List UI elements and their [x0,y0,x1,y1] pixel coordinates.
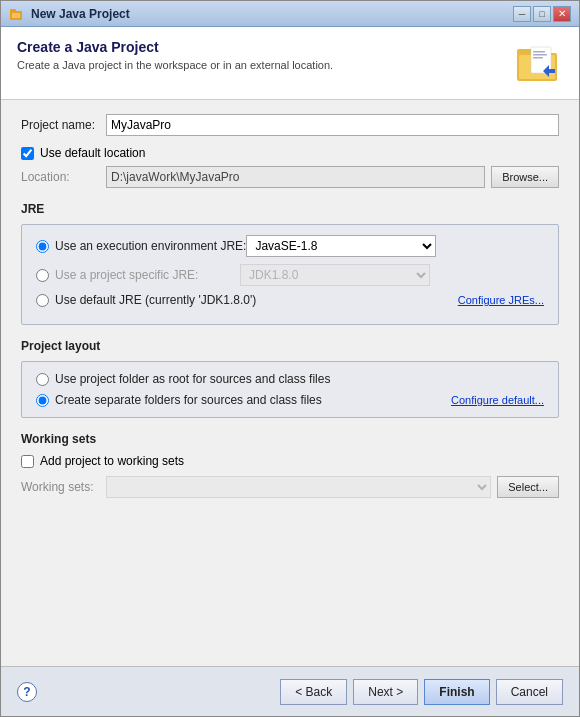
add-to-working-sets-row: Add project to working sets [21,454,559,468]
project-name-input[interactable] [106,114,559,136]
dialog-title: Create a Java Project [17,39,505,55]
dialog-footer: ? < Back Next > Finish Cancel [1,666,579,716]
jre-option-3-label[interactable]: Use default JRE (currently 'JDK1.8.0') [55,293,256,307]
jre-option-2-radio[interactable] [36,269,49,282]
next-button[interactable]: Next > [353,679,418,705]
back-button[interactable]: < Back [280,679,347,705]
location-label: Location: [21,170,106,184]
dialog-header: Create a Java Project Create a Java proj… [1,27,579,100]
jre-option-2-row: Use a project specific JRE: JDK1.8.0 [36,264,544,286]
layout-option-1-label[interactable]: Use project folder as root for sources a… [55,372,544,386]
jre-section-label: JRE [21,202,559,216]
finish-button[interactable]: Finish [424,679,489,705]
layout-option-2-row: Create separate folders for sources and … [36,393,544,407]
layout-options-box: Use project folder as root for sources a… [21,361,559,418]
configure-jres-link[interactable]: Configure JREs... [458,294,544,306]
working-sets-label: Working sets [21,432,559,446]
window-title: New Java Project [31,7,513,21]
svg-rect-8 [533,54,547,56]
project-layout-label: Project layout [21,339,559,353]
jre-option-3-row: Use default JRE (currently 'JDK1.8.0') C… [36,293,544,307]
layout-option-1-radio[interactable] [36,373,49,386]
help-button[interactable]: ? [17,682,37,702]
working-sets-select [106,476,491,498]
dialog-window: New Java Project ─ □ ✕ Create a Java Pro… [0,0,580,717]
svg-rect-2 [12,13,20,18]
jre-options-box: Use an execution environment JRE: JavaSE… [21,224,559,325]
jre-option-1-label[interactable]: Use an execution environment JRE: [55,239,246,253]
add-to-working-sets-checkbox[interactable] [21,455,34,468]
working-sets-field-row: Working sets: Select... [21,476,559,498]
window-icon [9,6,25,22]
svg-rect-9 [533,57,543,59]
jre-environment-select[interactable]: JavaSE-1.8 [246,235,436,257]
jre-option-1-radio[interactable] [36,240,49,253]
project-layout-section: Project layout Use project folder as roo… [21,339,559,418]
use-default-location-row: Use default location [21,146,559,160]
layout-option-2-radio[interactable] [36,394,49,407]
header-icon [515,39,563,87]
select-working-sets-button[interactable]: Select... [497,476,559,498]
jre-option-1-row: Use an execution environment JRE: JavaSE… [36,235,544,257]
project-name-row: Project name: [21,114,559,136]
configure-default-link[interactable]: Configure default... [451,394,544,406]
dialog-subtitle: Create a Java project in the workspace o… [17,59,505,71]
jre-section: JRE Use an execution environment JRE: Ja… [21,202,559,325]
close-button[interactable]: ✕ [553,6,571,22]
svg-rect-1 [10,9,16,12]
layout-option-2-label[interactable]: Create separate folders for sources and … [55,393,451,407]
add-to-working-sets-label[interactable]: Add project to working sets [40,454,184,468]
layout-option-1-row: Use project folder as root for sources a… [36,372,544,386]
jre-specific-select: JDK1.8.0 [240,264,430,286]
jre-option-2-label[interactable]: Use a project specific JRE: [55,268,240,282]
working-sets-field-label: Working sets: [21,480,106,494]
title-bar: New Java Project ─ □ ✕ [1,1,579,27]
location-input[interactable] [106,166,485,188]
jre-option-3-radio[interactable] [36,294,49,307]
use-default-location-label[interactable]: Use default location [40,146,145,160]
window-controls: ─ □ ✕ [513,6,571,22]
dialog-body: Project name: Use default location Locat… [1,100,579,666]
cancel-button[interactable]: Cancel [496,679,563,705]
use-default-location-checkbox[interactable] [21,147,34,160]
svg-rect-7 [533,51,545,53]
location-row: Location: Browse... [21,166,559,188]
browse-button[interactable]: Browse... [491,166,559,188]
header-text: Create a Java Project Create a Java proj… [17,39,505,71]
minimize-button[interactable]: ─ [513,6,531,22]
restore-button[interactable]: □ [533,6,551,22]
project-name-label: Project name: [21,118,106,132]
working-sets-section: Working sets Add project to working sets… [21,432,559,498]
